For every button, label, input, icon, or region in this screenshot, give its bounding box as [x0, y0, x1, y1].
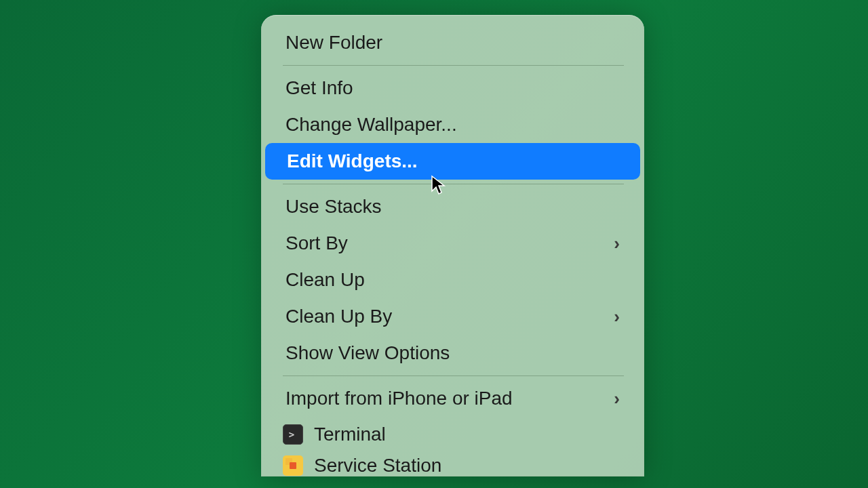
chevron-right-icon: › — [614, 306, 620, 327]
menu-item-sort-by[interactable]: Sort By › — [264, 225, 642, 262]
menu-item-label: Edit Widgets... — [287, 150, 418, 172]
menu-item-service-station[interactable]: Service Station — [261, 452, 644, 476]
menu-item-label: Clean Up — [285, 269, 365, 291]
menu-divider — [283, 375, 624, 376]
menu-item-label: Change Wallpaper... — [285, 114, 457, 136]
menu-item-label: Service Station — [314, 455, 441, 476]
menu-item-label: Clean Up By — [285, 306, 392, 327]
chevron-right-icon: › — [614, 388, 620, 409]
menu-item-label: New Folder — [285, 32, 382, 54]
menu-item-import-from-iphone[interactable]: Import from iPhone or iPad › — [264, 380, 642, 417]
menu-item-edit-widgets[interactable]: Edit Widgets... — [265, 143, 640, 180]
menu-item-new-folder[interactable]: New Folder — [264, 24, 642, 61]
menu-divider — [283, 65, 624, 66]
desktop-context-menu: New Folder Get Info Change Wallpaper... … — [261, 15, 644, 476]
service-station-icon — [283, 455, 303, 476]
menu-item-terminal[interactable]: Terminal — [261, 417, 644, 452]
chevron-right-icon: › — [614, 233, 620, 254]
terminal-icon — [283, 424, 303, 445]
menu-item-clean-up-by[interactable]: Clean Up By › — [264, 298, 642, 335]
menu-item-clean-up[interactable]: Clean Up — [264, 262, 642, 298]
menu-item-label: Get Info — [285, 77, 353, 99]
menu-item-label: Import from iPhone or iPad — [285, 388, 513, 409]
menu-item-show-view-options[interactable]: Show View Options — [264, 335, 642, 371]
menu-item-use-stacks[interactable]: Use Stacks — [264, 188, 642, 225]
menu-item-change-wallpaper[interactable]: Change Wallpaper... — [264, 106, 642, 143]
menu-divider — [283, 184, 624, 184]
menu-item-get-info[interactable]: Get Info — [264, 70, 642, 106]
menu-item-label: Sort By — [285, 232, 348, 254]
menu-item-label: Use Stacks — [285, 196, 382, 218]
menu-item-label: Show View Options — [285, 342, 450, 364]
menu-item-label: Terminal — [314, 424, 386, 445]
